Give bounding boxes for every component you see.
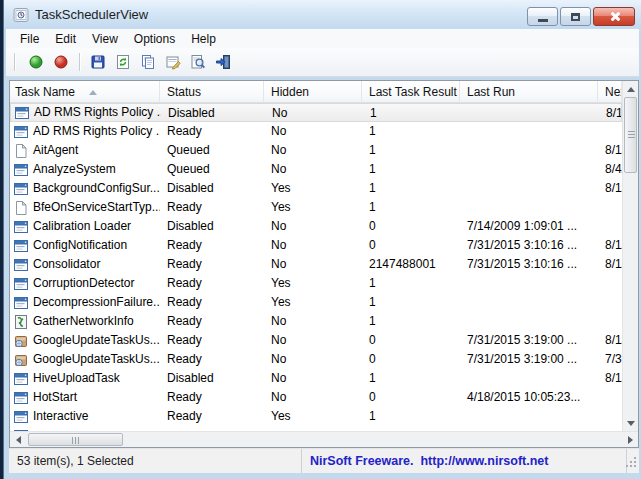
status-cell: Ready [160,293,264,312]
arrow-down-icon [627,421,635,426]
horizontal-scrollbar[interactable] [10,431,638,447]
column-header-row: Task NameStatusHiddenLast Task ResultLas… [10,81,622,103]
nirsoft-link[interactable]: NirSoft Freeware. http://www.nirsoft.net [310,454,548,468]
minimize-button[interactable] [527,7,558,26]
column-header-label: Last Run [467,82,515,103]
task-row[interactable]: BfeOnServiceStartTyp...ReadyYes1 [10,198,622,217]
hidden-cell: No [264,350,362,369]
menu-view[interactable]: View [84,29,126,48]
window-controls [527,7,635,26]
next-run-cell: 7/31/ [598,350,622,369]
toolbar-exit-button[interactable] [211,50,235,74]
title-bar[interactable]: TaskSchedulerView [4,0,641,29]
scroll-left-button[interactable] [10,432,26,448]
last-task-result-cell: 1 [362,293,460,312]
task-name-text: AD RMS Rights Policy ... [33,122,160,141]
task-row[interactable]: GoogleUpdateTaskUs...ReadyNo07/31/2015 3… [10,350,622,369]
last-run-cell [460,141,598,160]
toolbar-run-task-button[interactable] [24,50,48,74]
task-row[interactable]: HiveUploadTaskDisabledNo18/1/20 [10,369,622,388]
task-name-text: Calibration Loader [33,217,131,236]
script-icon [13,314,29,330]
task-name-cell: BackgroundConfigSur... [10,179,160,198]
column-header-status[interactable]: Status [160,81,264,103]
app-window-icon [13,181,29,197]
toolbar-save-button[interactable] [86,50,110,74]
status-link-panel: NirSoft Freeware. http://www.nirsoft.net [302,449,627,473]
status-cell: Ready [160,388,264,407]
vertical-scrollbar-thumb[interactable] [624,97,637,173]
task-row[interactable]: AitAgentQueuedNo18/1/20 [10,141,622,160]
resize-grip[interactable] [624,457,636,469]
arrow-up-icon [627,87,635,92]
next-run-cell: 8/1/20 [598,179,622,198]
maximize-button[interactable] [560,7,591,26]
toolbar-stop-task-button[interactable] [49,50,73,74]
column-header-last-run[interactable]: Last Run [460,81,598,103]
status-cell: Ready [160,198,264,217]
task-name-text: AnalyzeSystem [33,160,116,179]
close-icon [609,11,620,22]
google-update-icon [13,352,29,368]
task-name-text: BfeOnServiceStartTyp... [33,198,160,217]
last-run-cell: 7/31/2015 3:19:00 ... [460,331,598,350]
copy-icon [140,54,156,70]
menu-file[interactable]: File [12,29,47,48]
window-title: TaskSchedulerView [35,7,148,22]
last-task-result-cell: 1 [362,160,460,179]
task-name-text: DecompressionFailure... [33,293,160,312]
task-row[interactable]: GatherNetworkInfoReadyNo1 [10,312,622,331]
toolbar-buttons [24,50,236,74]
vertical-scrollbar[interactable] [622,81,638,431]
scroll-down-button[interactable] [623,415,639,431]
task-row[interactable]: Calibration LoaderDisabledNo07/14/2009 1… [10,217,622,236]
resize-grip-icon [634,457,636,459]
status-cell: Ready [160,236,264,255]
scroll-right-button[interactable] [622,432,638,448]
toolbar-gripper[interactable] [14,53,16,71]
thumb-grip-icon [72,437,73,444]
close-button[interactable] [593,7,635,26]
column-header-last-task-result[interactable]: Last Task Result [362,81,460,103]
task-name-cell: HotStart [10,388,160,407]
start-task-icon [28,54,44,70]
task-row[interactable]: ConfigNotificationReadyNo07/31/2015 3:10… [10,236,622,255]
task-row[interactable]: HotStartReadyNo04/18/2015 10:05:23... [10,388,622,407]
task-row[interactable]: InteractiveReadyYes1 [10,407,622,426]
column-header-hidden[interactable]: Hidden [264,81,362,103]
next-run-cell [598,293,622,312]
hidden-cell: Yes [264,293,362,312]
task-row[interactable]: GoogleUpdateTaskUs...ReadyNo07/31/2015 3… [10,331,622,350]
menu-help[interactable]: Help [183,29,224,48]
toolbar-properties-button[interactable] [161,50,185,74]
task-row[interactable]: DecompressionFailure...ReadyYes1 [10,293,622,312]
task-name-text: GoogleUpdateTaskUs... [33,350,160,369]
task-row[interactable]: AD RMS Rights Policy ...ReadyNo1 [10,122,622,141]
last-run-cell: 7/31/2015 3:19:00 ... [460,350,598,369]
toolbar-find-button[interactable] [186,50,210,74]
status-cell: Ready [160,312,264,331]
toolbar-refresh-button[interactable] [111,50,135,74]
app-window-icon [14,105,30,121]
menu-edit[interactable]: Edit [47,29,84,48]
task-row[interactable]: AnalyzeSystemQueuedNo18/4/20 [10,160,622,179]
task-row[interactable]: CorruptionDetectorReadyYes1 [10,274,622,293]
task-row[interactable]: AD RMS Rights Policy ...DisabledNo18/1/2… [10,103,622,122]
column-header-task-name[interactable]: Task Name [10,81,160,103]
toolbar-copy-button[interactable] [136,50,160,74]
last-task-result-cell: 1 [362,274,460,293]
last-run-cell [460,312,598,331]
task-name-cell: AnalyzeSystem [10,160,160,179]
minimize-icon [538,19,548,22]
column-header-next-run[interactable]: Next Run [598,81,622,103]
status-cell: Ready [160,331,264,350]
last-task-result-cell: 0 [362,217,460,236]
last-run-cell [460,179,598,198]
task-row[interactable]: ConsolidatorReadyNo21474880017/31/2015 3… [10,255,622,274]
horizontal-scrollbar-thumb[interactable] [28,433,123,446]
next-run-cell [598,388,622,407]
menu-options[interactable]: Options [126,29,183,48]
task-row[interactable]: BackgroundConfigSur...DisabledYes18/1/20 [10,179,622,198]
scroll-up-button[interactable] [623,81,639,97]
app-window-icon [13,219,29,235]
